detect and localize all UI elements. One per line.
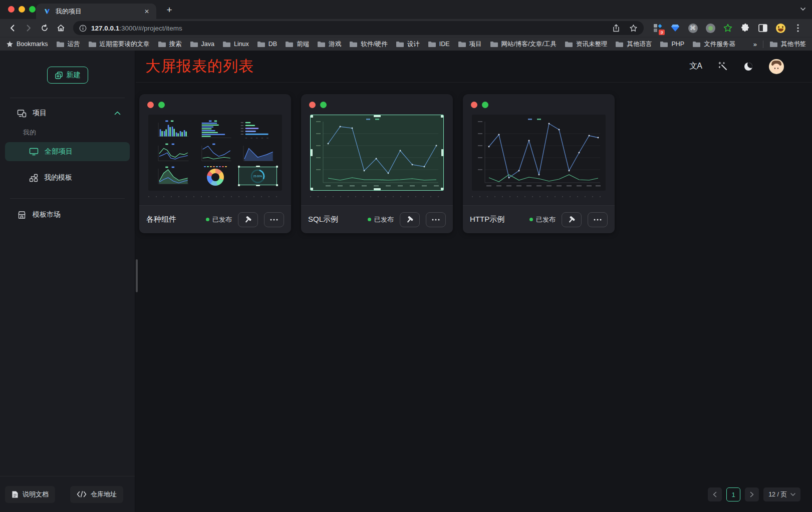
more-actions-button[interactable] bbox=[426, 212, 446, 227]
docs-button[interactable]: 说明文档 bbox=[5, 486, 55, 503]
window-chevron-down-icon[interactable] bbox=[800, 7, 806, 11]
bookmark-folder-item[interactable]: 搜索 bbox=[158, 40, 182, 49]
bookmarks-right-group: » 其他书签 bbox=[753, 40, 806, 49]
prev-page-button[interactable] bbox=[708, 487, 722, 501]
folder-icon bbox=[56, 41, 65, 48]
scrollbar-thumb[interactable] bbox=[136, 259, 138, 292]
bookmark-folder-item[interactable]: 设计 bbox=[396, 40, 420, 49]
bookmark-folder-item[interactable]: 软件/硬件 bbox=[349, 40, 387, 49]
extension-badge: 9 bbox=[658, 29, 665, 36]
bookmark-folder-item[interactable]: 前端 bbox=[285, 40, 309, 49]
folder-icon bbox=[458, 41, 466, 48]
bookmark-folder-item[interactable]: 网站/博客/文章/工具 bbox=[490, 40, 557, 49]
bookmark-star-icon[interactable] bbox=[626, 21, 641, 36]
minimize-window-button[interactable] bbox=[19, 6, 25, 13]
back-button[interactable] bbox=[5, 21, 20, 36]
bookmarks-overflow-chevron[interactable]: » bbox=[753, 41, 757, 48]
status-dot bbox=[368, 218, 371, 221]
shortcut-extension-icon[interactable]: ⌘ bbox=[686, 21, 700, 35]
bookmark-folder-item[interactable]: Linux bbox=[222, 41, 249, 48]
project-card[interactable]: SQL示例 已发布 bbox=[301, 94, 453, 233]
bookmark-folder-item[interactable]: IDE bbox=[428, 41, 450, 48]
side-panel-icon[interactable] bbox=[756, 21, 770, 35]
forward-button[interactable] bbox=[21, 21, 36, 36]
emoji-profile-icon[interactable] bbox=[773, 21, 787, 35]
hammer-icon bbox=[243, 215, 252, 224]
browser-tab[interactable]: 我的项目 ✕ bbox=[36, 4, 156, 19]
share-icon[interactable] bbox=[609, 21, 624, 36]
magic-wand-icon[interactable] bbox=[718, 62, 728, 71]
edit-project-button[interactable] bbox=[238, 212, 258, 227]
user-avatar[interactable] bbox=[769, 59, 784, 74]
project-title: SQL示例 bbox=[308, 215, 338, 224]
tab-title: 我的项目 bbox=[56, 7, 138, 16]
more-actions-button[interactable] bbox=[264, 212, 284, 227]
address-bar[interactable]: 127.0.0.1:3000/#/project/items bbox=[73, 21, 644, 35]
tab-close-icon[interactable]: ✕ bbox=[142, 7, 151, 16]
bookmark-folder-item[interactable]: 运营 bbox=[56, 40, 80, 49]
gem-extension-icon[interactable] bbox=[668, 21, 682, 35]
ellipsis-icon bbox=[594, 219, 602, 221]
zoom-window-button[interactable] bbox=[29, 6, 36, 13]
line-chart-preview bbox=[472, 115, 606, 191]
language-switch-icon[interactable]: 文A bbox=[689, 61, 702, 72]
bookmark-folder-item[interactable]: 游戏 bbox=[317, 40, 341, 49]
bookmarks-root-item[interactable]: Bookmarks bbox=[6, 41, 48, 48]
new-project-button[interactable]: 新建 bbox=[47, 67, 88, 84]
sidebar-group-project[interactable]: 项目 bbox=[0, 102, 135, 124]
more-actions-button[interactable] bbox=[588, 212, 608, 227]
project-card[interactable]: HTTP示例 已发布 bbox=[463, 94, 615, 233]
project-thumbnail[interactable] bbox=[310, 115, 444, 191]
close-window-button[interactable] bbox=[8, 6, 15, 13]
bookmark-folder-item[interactable]: 资讯未整理 bbox=[565, 40, 608, 49]
mini-donut-chart bbox=[195, 165, 235, 187]
folder-icon bbox=[490, 41, 498, 48]
extensions-row: 9 ⌘ bbox=[649, 21, 807, 35]
site-info-icon[interactable] bbox=[79, 25, 87, 32]
edit-project-button[interactable] bbox=[562, 212, 582, 227]
sidebar-item-template-market[interactable]: 模板市场 bbox=[0, 205, 135, 225]
extensions-puzzle-icon[interactable] bbox=[738, 21, 752, 35]
edit-project-button[interactable] bbox=[400, 212, 420, 227]
project-card[interactable]: 25.00% 各种组件 已发布 bbox=[139, 94, 291, 233]
next-page-button[interactable] bbox=[745, 487, 759, 501]
new-tab-button[interactable]: + bbox=[163, 4, 175, 16]
dark-mode-moon-icon[interactable] bbox=[744, 63, 752, 71]
bookmark-folder-item[interactable]: PHP bbox=[660, 41, 684, 48]
repo-link-button[interactable]: 仓库地址 bbox=[70, 486, 123, 503]
url-path: :3000/#/project/items bbox=[119, 25, 182, 32]
reload-button[interactable] bbox=[37, 21, 52, 36]
bookmark-folder-item[interactable]: Java bbox=[190, 41, 214, 48]
mini-ring-progress: 25.00% bbox=[237, 165, 278, 187]
project-thumbnail[interactable]: 25.00% bbox=[148, 115, 282, 191]
selection-overlay bbox=[310, 115, 444, 191]
sidebar-item-my-templates[interactable]: 我的模板 bbox=[5, 168, 130, 187]
sidebar-item-all-projects[interactable]: 全部项目 bbox=[5, 142, 130, 161]
bookmark-folder-item[interactable]: DB bbox=[257, 41, 277, 48]
folder-icon bbox=[285, 41, 294, 48]
folder-icon bbox=[88, 41, 97, 48]
current-page-button[interactable]: 1 bbox=[726, 487, 740, 501]
bookmark-folder-item[interactable]: 近期需要读的文章 bbox=[88, 40, 150, 49]
browser-menu-kebab-icon[interactable] bbox=[791, 21, 805, 35]
bookmark-folder-item[interactable]: 项目 bbox=[458, 40, 482, 49]
home-button[interactable] bbox=[53, 21, 68, 36]
bookmark-folder-item[interactable]: 其他语言 bbox=[615, 40, 652, 49]
page-size-select[interactable]: 12 / 页 bbox=[763, 487, 800, 501]
folder-icon bbox=[257, 41, 265, 48]
project-card-list: 25.00% 各种组件 已发布 bbox=[139, 94, 615, 233]
card-traffic-dots bbox=[301, 94, 453, 108]
mini-capsule-chart bbox=[237, 119, 278, 140]
project-thumbnail[interactable] bbox=[472, 115, 606, 191]
folder-icon bbox=[769, 41, 778, 48]
storefront-icon bbox=[17, 211, 27, 219]
header-actions: 文A bbox=[689, 59, 784, 74]
chevron-up-icon bbox=[114, 111, 121, 115]
other-bookmarks-item[interactable]: 其他书签 bbox=[769, 40, 806, 49]
green-star-extension-icon[interactable] bbox=[721, 21, 735, 35]
tab-manager-extension-icon[interactable]: 9 bbox=[651, 21, 665, 35]
mini-hbar-chart bbox=[195, 119, 235, 140]
recorder-extension-icon[interactable] bbox=[703, 21, 717, 35]
bookmark-folder-item[interactable]: 文件服务器 bbox=[692, 40, 735, 49]
mini-line-chart bbox=[152, 142, 193, 164]
